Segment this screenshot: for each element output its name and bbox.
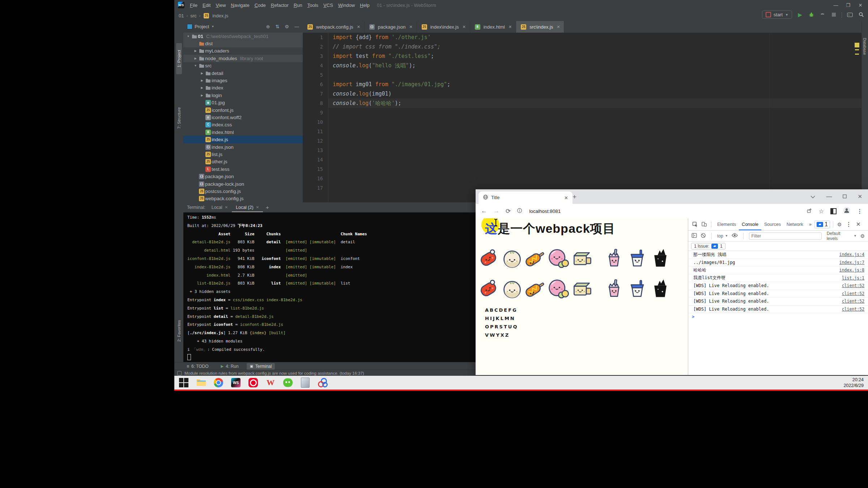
console-source-link[interactable]: client:52 bbox=[842, 283, 864, 288]
close-icon[interactable]: ✕ bbox=[854, 0, 867, 10]
maximize-icon[interactable] bbox=[843, 193, 847, 200]
console-source-link[interactable]: index.js:8 bbox=[839, 268, 864, 273]
toolbar-terminal-button[interactable]: ▣Terminal bbox=[247, 363, 275, 370]
menu-view[interactable]: View bbox=[216, 3, 226, 8]
reload-icon[interactable]: ⟳ bbox=[506, 207, 511, 215]
tree-arrow-icon[interactable]: ▶ bbox=[199, 72, 205, 75]
tree-arrow-icon[interactable]: ▶ bbox=[193, 57, 198, 60]
editor-tab-src-index-js[interactable]: JSsrc\index.js✕ bbox=[516, 21, 564, 33]
tree-item-package-lock-json[interactable]: {}package-lock.json bbox=[183, 180, 303, 188]
maximize-icon[interactable]: ❐ bbox=[842, 0, 854, 10]
taskbar-icon-app-rings[interactable] bbox=[318, 378, 328, 388]
tab-network[interactable]: Network bbox=[784, 218, 806, 230]
console-sidebar-icon[interactable] bbox=[692, 233, 697, 239]
tree-item-images[interactable]: ▶images bbox=[183, 77, 303, 84]
console-source-link[interactable]: index.js:7 bbox=[839, 260, 864, 265]
console-source-link[interactable]: list.js:1 bbox=[842, 275, 864, 281]
sidebar-item-1-project[interactable]: 1: Project bbox=[176, 43, 182, 74]
toolbar-todo-button[interactable]: ≡6: TODO bbox=[187, 364, 209, 369]
hide-panel-icon[interactable]: — bbox=[294, 24, 299, 29]
chevron-down-icon[interactable]: ▼ bbox=[211, 25, 214, 28]
tree-item-package-json[interactable]: {}package.json bbox=[183, 173, 303, 180]
tree-item-myloaders[interactable]: ▶myLoaders bbox=[183, 47, 303, 55]
tree-item-01-jpg[interactable]: ▦01.jpg bbox=[183, 99, 303, 106]
terminal-tab-local-2[interactable]: Local (2)✕ bbox=[232, 202, 263, 212]
tab-search-icon[interactable] bbox=[810, 193, 815, 200]
tree-arrow-icon[interactable]: ▶ bbox=[199, 94, 205, 97]
console-source-link[interactable]: index.js:4 bbox=[839, 252, 864, 257]
editor-tab-index-html[interactable]: Hindex.html✕ bbox=[470, 21, 516, 33]
taskbar-icon-wechat[interactable] bbox=[283, 378, 293, 388]
console-source-link[interactable]: client:52 bbox=[842, 307, 864, 312]
tree-item-index-js[interactable]: JSindex.js bbox=[183, 136, 303, 143]
toolbar-run-button[interactable]: ▶4: Run bbox=[221, 364, 239, 369]
collapse-all-icon[interactable]: ⇅ bbox=[275, 24, 279, 29]
minimize-icon[interactable]: — bbox=[830, 0, 842, 10]
run-button[interactable]: ▶ bbox=[797, 12, 803, 18]
search-everywhere-icon[interactable] bbox=[858, 12, 864, 18]
tree-item-other-js[interactable]: JSother.js bbox=[183, 158, 303, 165]
close-tab-icon[interactable]: ✕ bbox=[225, 205, 228, 209]
terminal-tab-local[interactable]: Local✕ bbox=[208, 202, 232, 212]
gear-icon[interactable]: ⚙ bbox=[285, 24, 289, 29]
menu-navigate[interactable]: Navigate bbox=[231, 3, 249, 8]
menu-vcs[interactable]: VCS bbox=[323, 3, 333, 8]
taskbar-icon-chrome[interactable] bbox=[213, 378, 224, 388]
tree-arrow-icon[interactable]: ▶ bbox=[199, 86, 205, 89]
attach-profiler-icon[interactable] bbox=[819, 12, 826, 18]
tree-item-webpack-config-js[interactable]: JSwebpack.config.js bbox=[183, 195, 303, 202]
taskbar-icon-webstorm[interactable]: WS bbox=[231, 378, 241, 388]
breadcrumb-item-src[interactable]: src bbox=[190, 13, 196, 18]
menu-kebab-icon[interactable]: ⋮ bbox=[857, 208, 863, 215]
run-config-selector[interactable]: start ▼ bbox=[762, 10, 792, 19]
run-anything-icon[interactable] bbox=[847, 12, 853, 18]
tree-item-index[interactable]: ▶index bbox=[183, 84, 303, 92]
console-prompt[interactable]: > bbox=[688, 313, 868, 320]
issues-counter[interactable]: 1 Issue: ▰ 1 bbox=[691, 243, 726, 249]
new-tab-button[interactable]: + bbox=[573, 193, 576, 201]
tree-arrow-icon[interactable]: ▼ bbox=[193, 64, 198, 67]
new-terminal-session-button[interactable]: + bbox=[266, 204, 269, 210]
menu-window[interactable]: Window bbox=[338, 3, 355, 8]
address-bar[interactable]: localhost:8081 bbox=[529, 209, 561, 214]
menu-code[interactable]: Code bbox=[255, 3, 266, 8]
tree-arrow-icon[interactable]: ▶ bbox=[193, 49, 198, 52]
taskbar-icon-notepad[interactable] bbox=[300, 378, 310, 388]
close-tab-icon[interactable]: ✕ bbox=[509, 25, 512, 29]
extension-icon[interactable] bbox=[830, 208, 837, 214]
close-tab-icon[interactable]: ✕ bbox=[557, 25, 560, 29]
tab-sources[interactable]: Sources bbox=[761, 218, 784, 230]
tree-item-list-js[interactable]: JSlist.js bbox=[183, 151, 303, 158]
tree-item-src[interactable]: ▼src bbox=[183, 62, 303, 70]
more-tabs-icon[interactable]: » bbox=[807, 222, 813, 227]
minimize-icon[interactable]: — bbox=[826, 193, 832, 200]
tree-item-iconfont-js[interactable]: JSiconfont.js bbox=[183, 106, 303, 114]
back-icon[interactable]: ← bbox=[481, 207, 487, 215]
tree-item-test-less[interactable]: Ltest.less bbox=[183, 165, 303, 173]
tree-arrow-icon[interactable]: ▼ bbox=[186, 35, 191, 38]
taskbar-clock[interactable]: 20:242022/6/29 bbox=[843, 377, 868, 388]
profile-avatar[interactable] bbox=[843, 207, 850, 215]
debug-button[interactable] bbox=[808, 12, 814, 18]
editor-tab-webpack-config-js[interactable]: JSwebpack.config.js✕ bbox=[303, 21, 365, 33]
tree-item-login[interactable]: ▶login bbox=[183, 92, 303, 99]
menu-tools[interactable]: Tools bbox=[307, 3, 318, 8]
editor-tab-package-json[interactable]: {}package.json✕ bbox=[365, 21, 417, 33]
filter-input[interactable] bbox=[749, 232, 822, 240]
close-tab-icon[interactable]: ✕ bbox=[564, 195, 568, 201]
inspect-element-icon[interactable] bbox=[691, 222, 699, 227]
locate-file-icon[interactable]: ⊕ bbox=[266, 24, 270, 29]
forward-icon[interactable]: → bbox=[493, 207, 499, 215]
sidebar-item-database[interactable]: Database bbox=[863, 33, 867, 60]
gear-icon[interactable]: ⚙ bbox=[837, 222, 842, 227]
tree-item-detail[interactable]: ▶detail bbox=[183, 70, 303, 77]
console-source-link[interactable]: client:52 bbox=[842, 291, 864, 296]
site-info-icon[interactable] bbox=[517, 208, 522, 215]
stop-button[interactable] bbox=[830, 12, 837, 18]
tree-item-postcss-config-js[interactable]: JSpostcss.config.js bbox=[183, 188, 303, 195]
taskbar-icon-explorer[interactable] bbox=[196, 378, 206, 388]
menu-refactor[interactable]: Refactor bbox=[271, 3, 289, 8]
event-log-icon[interactable] bbox=[177, 371, 182, 375]
menu-run[interactable]: Run bbox=[294, 3, 302, 8]
menu-help[interactable]: Help bbox=[360, 3, 370, 8]
